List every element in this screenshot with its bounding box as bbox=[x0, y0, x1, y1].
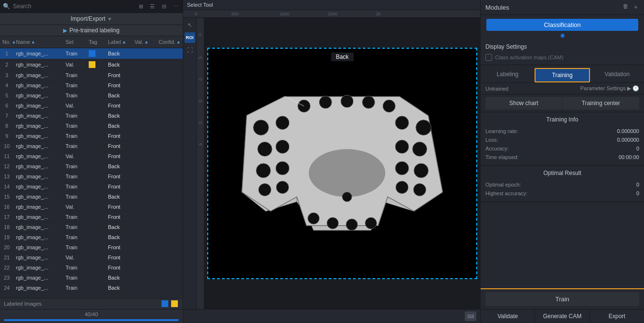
cell-val bbox=[132, 151, 156, 161]
cell-set: Val. bbox=[63, 101, 86, 110]
table-row[interactable]: 21 rgb_image_... Val. Front bbox=[0, 253, 183, 263]
tab-training[interactable]: Training bbox=[535, 68, 590, 82]
cell-tag bbox=[86, 212, 106, 222]
svg-point-24 bbox=[346, 219, 358, 230]
delete-icon[interactable]: 🗑 bbox=[623, 3, 629, 12]
cell-tag bbox=[86, 253, 106, 262]
table-row[interactable]: 15 rgb_image_... Train Back bbox=[0, 192, 183, 202]
loss-row: Loss: 0.000000 bbox=[485, 135, 639, 144]
table-row[interactable]: 18 rgb_image_... Train Back bbox=[0, 222, 183, 232]
generate-cam-button[interactable]: Generate CAM bbox=[535, 310, 590, 323]
table-row[interactable]: 22 rgb_image_... Train Front bbox=[0, 263, 183, 273]
cell-val bbox=[132, 81, 156, 90]
svg-point-14 bbox=[395, 162, 409, 175]
tab-labeling[interactable]: Labeling bbox=[481, 68, 535, 82]
cell-val bbox=[132, 91, 156, 100]
cell-no: 20 bbox=[0, 242, 13, 252]
table-row[interactable]: 10 rgb_image_... Train Front bbox=[0, 141, 183, 151]
cell-tag bbox=[86, 141, 106, 151]
cursor-tool-btn[interactable]: ↖ bbox=[185, 20, 195, 30]
table-row[interactable]: 12 rgb_image_... Train Back bbox=[0, 162, 183, 172]
cell-no: 1 bbox=[0, 48, 13, 59]
cell-tag bbox=[86, 162, 106, 171]
svg-point-4 bbox=[276, 140, 289, 153]
cell-label: Back bbox=[106, 48, 132, 59]
parameter-settings-button[interactable]: Parameter Settings ▶ 🕐 bbox=[580, 85, 639, 92]
table-row[interactable]: 7 rgb_image_... Train Back bbox=[0, 111, 183, 121]
table-row[interactable]: 19 rgb_image_... Train Back bbox=[0, 232, 183, 242]
cell-name: rgb_image_... bbox=[13, 182, 63, 191]
cell-val bbox=[132, 59, 156, 70]
col-name[interactable]: Name▲ bbox=[13, 38, 63, 46]
table-row[interactable]: 14 rgb_image_... Train Front bbox=[0, 182, 183, 192]
pretrained-labeling-button[interactable]: ▶ Pre-trained labeling bbox=[0, 25, 183, 36]
dropdown-arrow-icon: ▼ bbox=[107, 16, 112, 22]
cell-name: rgb_image_... bbox=[13, 59, 63, 70]
list-icon[interactable]: ☰ bbox=[148, 2, 157, 11]
cell-tag bbox=[86, 111, 106, 121]
cell-label: Front bbox=[106, 242, 132, 252]
cell-set: Train bbox=[63, 242, 86, 252]
table-row[interactable]: 20 rgb_image_... Train Front bbox=[0, 242, 183, 253]
col-tag[interactable]: Tag bbox=[86, 38, 106, 46]
filter-icon[interactable]: ⊞ bbox=[136, 2, 145, 11]
cell-name: rgb_image_... bbox=[13, 232, 63, 242]
cell-label: Back bbox=[106, 222, 132, 232]
table-row[interactable]: 6 rgb_image_... Val. Front bbox=[0, 101, 183, 111]
accuracy-row: Accuracy: 0 bbox=[485, 144, 639, 153]
table-row[interactable]: 11 rgb_image_... Val. Front bbox=[0, 151, 183, 162]
table-row[interactable]: 24 rgb_image_... Train Back bbox=[0, 283, 183, 293]
table-row[interactable]: 9 rgb_image_... Train Front bbox=[0, 131, 183, 141]
training-center-button[interactable]: Training center bbox=[563, 97, 639, 109]
cell-label: Back bbox=[106, 111, 132, 121]
col-confid[interactable]: Confid.▲ bbox=[156, 38, 183, 46]
classification-button[interactable]: Classification bbox=[486, 19, 638, 31]
export-button[interactable]: Export bbox=[590, 310, 644, 323]
show-chart-button[interactable]: Show chart bbox=[485, 97, 562, 109]
cell-confid bbox=[156, 212, 183, 222]
learning-rate-row: Learning rate: 0.000000 bbox=[485, 127, 639, 135]
cell-name: rgb_image_... bbox=[13, 70, 63, 80]
svg-point-17 bbox=[298, 100, 310, 112]
table-row[interactable]: 3 rgb_image_... Train Front bbox=[0, 70, 183, 81]
time-elapsed-value: 00:00:00 bbox=[618, 154, 639, 160]
roi-tool-btn[interactable]: ROI bbox=[185, 32, 195, 43]
validate-button[interactable]: Validate bbox=[481, 310, 535, 323]
cell-val bbox=[132, 242, 156, 252]
table-row[interactable]: 4 rgb_image_... Train Front bbox=[0, 81, 183, 91]
col-no[interactable]: No.▲ bbox=[0, 38, 13, 46]
more-icon[interactable]: ⋯ bbox=[171, 2, 180, 11]
col-val[interactable]: Val.▲ bbox=[132, 38, 156, 46]
train-button[interactable]: Train bbox=[485, 292, 639, 306]
cell-tag bbox=[86, 151, 106, 161]
table-row[interactable]: 16 rgb_image_... Val. Front bbox=[0, 202, 183, 212]
table-row[interactable]: 2 rgb_image_... Val. Back bbox=[0, 59, 183, 70]
cam-checkbox[interactable] bbox=[485, 54, 492, 61]
cell-confid bbox=[156, 253, 183, 262]
table-row[interactable]: 17 rgb_image_... Train Front bbox=[0, 212, 183, 222]
cell-label: Front bbox=[106, 81, 132, 90]
add-icon[interactable]: ＋ bbox=[632, 3, 639, 12]
table-row[interactable]: 1 rgb_image_... Train Back bbox=[0, 48, 183, 59]
col-set[interactable]: Set bbox=[63, 38, 86, 46]
table-row[interactable]: 23 rgb_image_... Train Back bbox=[0, 273, 183, 283]
train-btn-row: Train bbox=[481, 289, 644, 309]
accuracy-label: Accuracy: bbox=[485, 146, 509, 151]
import-export-button[interactable]: Import/Export ▼ bbox=[0, 13, 183, 25]
search-input[interactable] bbox=[13, 3, 134, 10]
col-label[interactable]: Label▲ bbox=[106, 38, 132, 46]
cell-set: Val. bbox=[63, 253, 86, 262]
learning-rate-value: 0.000000 bbox=[617, 128, 639, 134]
cell-val bbox=[132, 192, 156, 202]
cell-tag bbox=[86, 232, 106, 242]
swatch-blue bbox=[161, 300, 168, 307]
row-color-swatch bbox=[89, 61, 95, 68]
tab-validation[interactable]: Validation bbox=[590, 68, 644, 82]
table-row[interactable]: 5 rgb_image_... Train Back bbox=[0, 91, 183, 101]
grid-icon[interactable]: ⊟ bbox=[160, 2, 168, 11]
table-row[interactable]: 13 rgb_image_... Train Front bbox=[0, 172, 183, 182]
zoom-tool-btn[interactable]: ⛶ bbox=[185, 45, 195, 55]
table-row[interactable]: 8 rgb_image_... Train Back bbox=[0, 121, 183, 131]
svg-point-2 bbox=[276, 116, 289, 130]
keyboard-shortcut-btn[interactable]: ⌨ bbox=[465, 311, 476, 321]
